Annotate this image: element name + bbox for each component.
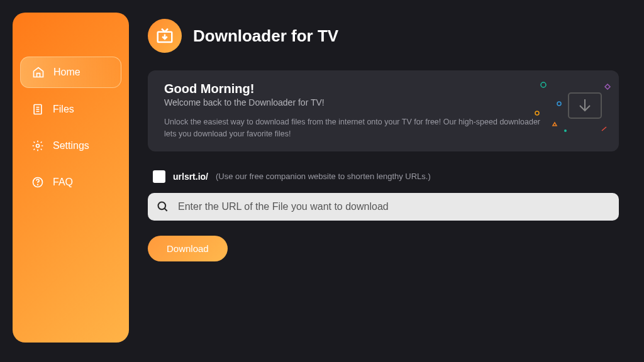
app-title: Downloader for TV [193, 26, 338, 46]
sidebar-item-label: Home [53, 67, 80, 78]
shortener-row: urlsrt.io/ (Use our free companion websi… [148, 170, 619, 183]
app-logo [148, 19, 182, 53]
shortener-checkbox[interactable] [153, 170, 165, 183]
sidebar-item-faq[interactable]: FAQ [20, 167, 121, 197]
svg-point-10 [557, 102, 561, 106]
card-illustration [531, 75, 613, 138]
sidebar-item-files[interactable]: Files [20, 94, 121, 124]
svg-point-4 [36, 145, 40, 148]
tv-download-icon [155, 26, 174, 45]
description-text: Unlock the easiest way to download files… [164, 116, 554, 140]
help-icon [31, 176, 44, 189]
svg-point-12 [564, 129, 567, 132]
svg-point-11 [535, 111, 539, 115]
app-header: Downloader for TV [148, 19, 619, 53]
svg-point-6 [38, 184, 38, 185]
sidebar-item-label: Files [53, 104, 74, 115]
files-icon [31, 103, 44, 116]
home-icon [32, 66, 45, 79]
search-icon [157, 200, 169, 213]
svg-line-14 [165, 208, 167, 211]
shortener-hint: (Use our free companion website to short… [216, 172, 431, 181]
welcome-card: Good Morning! Welcome back to the Downlo… [148, 70, 619, 151]
url-input[interactable] [178, 201, 610, 212]
gear-icon [31, 140, 44, 152]
url-input-container[interactable] [148, 193, 619, 221]
sidebar-item-home[interactable]: Home [20, 57, 121, 88]
download-button[interactable]: Download [148, 236, 228, 261]
sidebar: Home Files Settings FAQ [13, 13, 129, 343]
sidebar-item-label: FAQ [53, 177, 73, 188]
main-content: Downloader for TV Good Morning! Welcome … [129, 0, 644, 362]
shortener-label: urlsrt.io/ [173, 172, 208, 182]
svg-point-13 [158, 202, 166, 209]
svg-point-9 [541, 82, 546, 87]
sidebar-item-label: Settings [53, 140, 89, 151]
sidebar-item-settings[interactable]: Settings [20, 131, 121, 161]
